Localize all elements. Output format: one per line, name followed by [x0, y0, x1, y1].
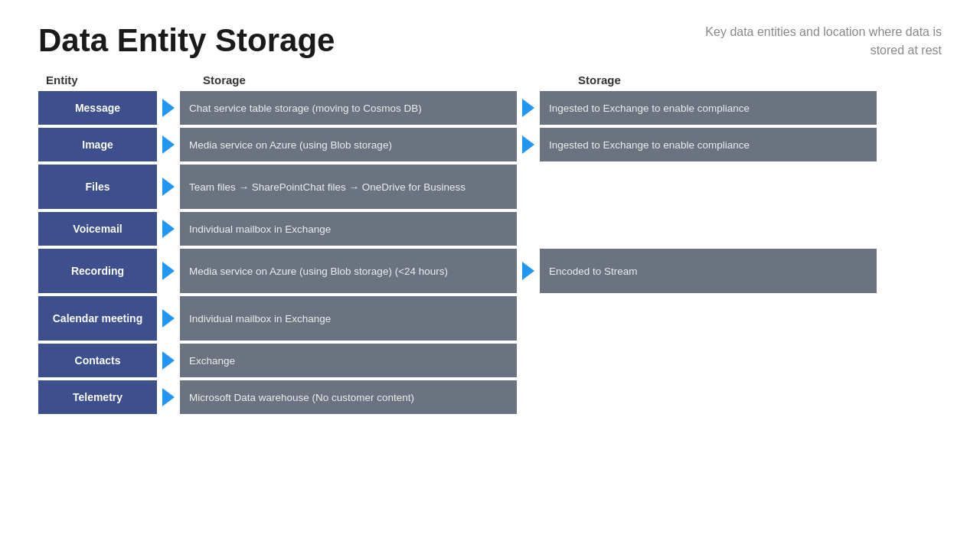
page-title: Data Entity Storage: [38, 23, 335, 58]
storage-cell-1: Individual mailbox in Exchange: [180, 296, 517, 341]
arrow-icon: [157, 128, 180, 161]
page-subtitle: Key data entities and location where dat…: [697, 23, 942, 60]
storage-cell-1: Exchange: [180, 344, 517, 377]
column-headers: Entity Storage Storage: [38, 73, 942, 86]
table-row: VoicemailIndividual mailbox in Exchange: [38, 212, 942, 246]
entity-cell: Recording: [38, 249, 157, 293]
storage-cell-1: Media service on Azure (using Blob stora…: [180, 128, 517, 161]
arrow-icon: [157, 296, 180, 341]
arrow-icon: [157, 249, 180, 293]
table-row: FilesTeam files → SharePointChat files →…: [38, 165, 942, 209]
entity-cell: Calendar meeting: [38, 296, 157, 341]
arrow-icon: [157, 165, 180, 209]
table-row: MessageChat service table storage (movin…: [38, 91, 942, 125]
table-row: Calendar meetingIndividual mailbox in Ex…: [38, 296, 942, 341]
entity-cell: Telemetry: [38, 380, 157, 414]
storage-cell-1: Microsoft Data warehouse (No customer co…: [180, 380, 517, 414]
entity-cell: Message: [38, 91, 157, 125]
entity-cell: Image: [38, 128, 157, 161]
arrow-icon-2: [517, 128, 540, 161]
col-header-entity: Entity: [38, 73, 157, 86]
table-row: ImageMedia service on Azure (using Blob …: [38, 128, 942, 161]
storage-cell-1: Team files → SharePointChat files → OneD…: [180, 165, 517, 209]
arrow-icon: [157, 344, 180, 377]
page: Data Entity Storage Key data entities an…: [0, 0, 980, 551]
storage-cell-2: Encoded to Stream: [540, 249, 877, 293]
table-area: MessageChat service table storage (movin…: [38, 91, 942, 414]
table-row: RecordingMedia service on Azure (using B…: [38, 249, 942, 293]
storage-cell-1: Chat service table storage (moving to Co…: [180, 91, 517, 125]
storage-cell-1: Media service on Azure (using Blob stora…: [180, 249, 517, 293]
arrow-icon-2: [517, 91, 540, 125]
storage-cell-2: Ingested to Exchange to enable complianc…: [540, 128, 877, 161]
table-row: TelemetryMicrosoft Data warehouse (No cu…: [38, 380, 942, 414]
table-row: ContactsExchange: [38, 344, 942, 377]
header-area: Data Entity Storage Key data entities an…: [38, 23, 942, 60]
arrow-icon-2: [517, 249, 540, 293]
arrow-icon: [157, 380, 180, 414]
storage-cell-2: Ingested to Exchange to enable complianc…: [540, 91, 877, 125]
arrow-icon: [157, 91, 180, 125]
col-header-storage2: Storage: [555, 73, 621, 86]
storage-cell-1: Individual mailbox in Exchange: [180, 212, 517, 246]
entity-cell: Files: [38, 165, 157, 209]
arrow-icon: [157, 212, 180, 246]
entity-cell: Contacts: [38, 344, 157, 377]
col-header-storage1: Storage: [180, 73, 532, 86]
entity-cell: Voicemail: [38, 212, 157, 246]
